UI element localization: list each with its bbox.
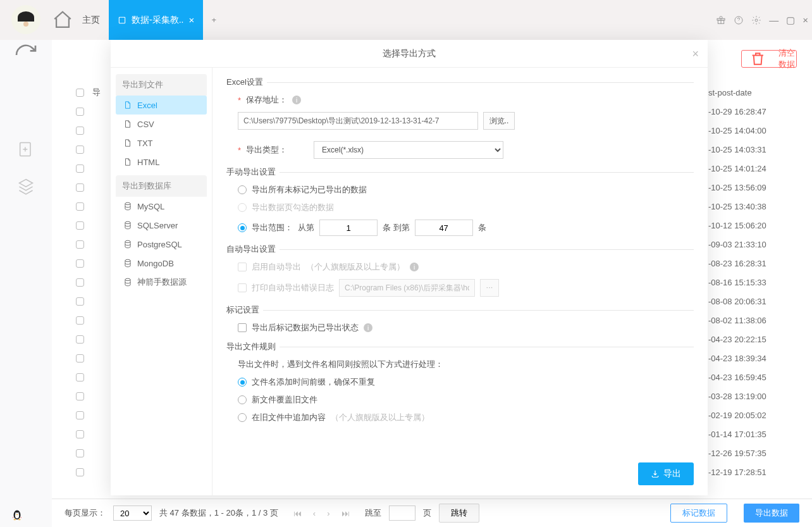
browse-button[interactable]: 浏览..: [483, 112, 515, 130]
row-timestamp: -09-03 21:33:10: [708, 240, 797, 249]
sidebar-item-mongodb[interactable]: MongoDB: [116, 254, 207, 273]
sidebar-item-sqlserver[interactable]: SQLServer: [116, 216, 207, 235]
tab-file-icon: [118, 16, 126, 25]
new-tab-button[interactable]: +: [203, 0, 225, 40]
radio-append[interactable]: [238, 413, 247, 422]
sidebar-item-label: Excel: [137, 101, 157, 110]
row-checkbox[interactable]: [76, 392, 84, 400]
close-icon[interactable]: ×: [692, 47, 699, 61]
sidebar-item-postgresql[interactable]: PostgreSQL: [116, 235, 207, 254]
svg-point-12: [16, 514, 18, 516]
row-checkbox[interactable]: [76, 468, 84, 476]
legend-filerule: 导出文件规则: [226, 341, 694, 352]
export-button[interactable]: 导出: [638, 462, 694, 485]
sidebar-item-mysql[interactable]: MySQL: [116, 197, 207, 216]
jump-input[interactable]: [389, 505, 415, 521]
sidebar-item-txt[interactable]: TXT: [116, 133, 207, 152]
row-checkbox[interactable]: [76, 354, 84, 363]
row-checkbox[interactable]: [76, 316, 84, 325]
select-all-checkbox[interactable]: [76, 89, 84, 97]
row-checkbox[interactable]: [76, 278, 84, 287]
save-path-label: 保存地址：: [246, 94, 287, 106]
row-timestamp: -10-25 14:03:31: [708, 145, 797, 154]
row-checkbox[interactable]: [76, 108, 84, 116]
page-first[interactable]: ⏮: [293, 509, 302, 518]
range-to-input[interactable]: [415, 220, 473, 236]
checkbox-mark-after[interactable]: [238, 323, 247, 332]
sidebar-item-神箭手数据源[interactable]: 神箭手数据源: [116, 273, 207, 292]
help-icon[interactable]: [734, 15, 744, 25]
row-timestamp: -01-14 17:01:35: [708, 430, 797, 439]
row-checkbox[interactable]: [76, 183, 84, 192]
row-checkbox[interactable]: [76, 373, 84, 381]
save-path-input[interactable]: [238, 112, 478, 130]
sidebar-item-excel[interactable]: Excel: [116, 96, 207, 115]
sidebar-group-db: 导出到数据库: [116, 175, 207, 197]
svg-point-11: [18, 513, 18, 514]
page-last[interactable]: ⏭: [341, 509, 350, 518]
page-prev[interactable]: ‹: [313, 509, 316, 518]
jump-label: 跳至: [365, 507, 381, 519]
page-next[interactable]: ›: [327, 509, 329, 518]
radio-range[interactable]: [238, 223, 247, 232]
avatar[interactable]: [11, 5, 40, 34]
refresh-icon[interactable]: [0, 42, 52, 68]
row-timestamp: -10-25 14:04:00: [708, 126, 797, 135]
window-maximize[interactable]: ▢: [786, 15, 795, 26]
export-type-select[interactable]: Excel(*.xlsx): [314, 141, 503, 159]
info-icon[interactable]: i: [410, 263, 419, 271]
row-timestamp: -10-25 14:01:24: [708, 164, 797, 173]
radio-unmarked[interactable]: [238, 185, 247, 194]
info-icon[interactable]: i: [292, 96, 301, 104]
row-checkbox[interactable]: [76, 430, 84, 438]
row-timestamp: -10-25 13:56:09: [708, 183, 797, 192]
tab-data-collect[interactable]: 数据-采集教.. ×: [109, 0, 203, 40]
row-checkbox[interactable]: [76, 146, 84, 154]
clear-data-button[interactable]: 清空数据: [741, 50, 797, 68]
window-close[interactable]: ×: [803, 15, 808, 25]
col-header-stub: 导: [92, 87, 113, 98]
row-checkbox[interactable]: [76, 449, 84, 457]
label-export-unmarked: 导出所有未标记为已导出的数据: [252, 184, 367, 195]
export-modal: 选择导出方式 × 导出到文件 ExcelCSVTXTHTML 导出到数据库 My…: [111, 40, 708, 495]
row-checkbox[interactable]: [76, 202, 84, 211]
row-checkbox[interactable]: [76, 127, 84, 135]
window-minimize[interactable]: —: [769, 15, 778, 25]
row-checkbox[interactable]: [76, 221, 84, 230]
svg-point-17: [125, 240, 130, 243]
row-checkbox[interactable]: [76, 240, 84, 249]
col-header-date: st-post-date: [708, 88, 797, 97]
row-timestamp: -10-25 13:40:38: [708, 202, 797, 211]
sidebar-item-label: MongoDB: [137, 259, 174, 268]
jump-button[interactable]: 跳转: [439, 504, 479, 523]
export-type-label: 导出类型：: [246, 144, 287, 156]
mark-data-button[interactable]: 标记数据: [670, 504, 727, 523]
gear-icon[interactable]: [751, 15, 761, 25]
label-from: 从第: [298, 222, 314, 233]
range-from-input[interactable]: [319, 220, 378, 236]
sidebar-item-csv[interactable]: CSV: [116, 115, 207, 133]
row-checkbox[interactable]: [76, 297, 84, 306]
tab-home[interactable]: 主页: [73, 0, 109, 40]
row-checkbox[interactable]: [76, 164, 84, 173]
export-data-button[interactable]: 导出数据: [744, 504, 799, 523]
row-checkbox[interactable]: [76, 335, 84, 344]
per-page-select[interactable]: 20: [113, 505, 152, 521]
svg-rect-0: [119, 17, 125, 23]
row-checkbox[interactable]: [76, 411, 84, 419]
close-icon[interactable]: ×: [188, 15, 194, 25]
tab-active-label: 数据-采集教..: [132, 15, 183, 26]
add-page-icon[interactable]: [17, 140, 35, 158]
radio-overwrite[interactable]: [238, 395, 247, 404]
info-icon[interactable]: i: [364, 323, 372, 332]
sidebar-item-html[interactable]: HTML: [116, 152, 207, 171]
layers-icon[interactable]: [17, 177, 35, 195]
radio-timestamp[interactable]: [238, 378, 247, 387]
home-icon[interactable]: [52, 0, 73, 40]
row-timestamp: -04-23 20:22:15: [708, 335, 797, 344]
sidebar-group-file: 导出到文件: [116, 74, 207, 96]
row-checkbox[interactable]: [76, 259, 84, 268]
qq-icon[interactable]: [10, 507, 24, 522]
file-icon: [123, 139, 132, 147]
gift-icon[interactable]: [716, 15, 726, 25]
